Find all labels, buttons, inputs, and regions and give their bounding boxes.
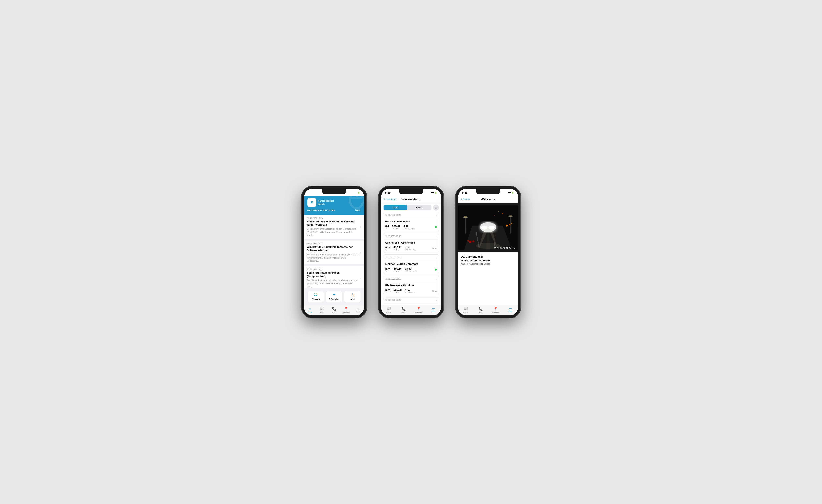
news-excerpt-1: Bei einem Wohnungsbrand sind am Montagab… xyxy=(307,227,359,237)
water-temp-3: n. v. °C xyxy=(385,267,390,272)
back-button-2[interactable]: < Gewässer xyxy=(384,198,397,201)
tab-notruf-label-2: Notruf xyxy=(401,311,406,313)
mehr-link[interactable]: Mehr xyxy=(355,209,361,212)
water-level-1: 335.64 m ü. M xyxy=(392,225,400,230)
water-stats-4: n. v. °C 536.99 m ü. M n. v. Abfluss - m… xyxy=(385,288,437,293)
tab-bar-1: ⌂ Home 📰 News 📞 Notruf 📍 Standorte ••• xyxy=(304,305,364,315)
quick-webcam-btn[interactable]: 🏛 Webcam xyxy=(307,291,324,303)
svg-rect-28 xyxy=(510,216,511,234)
segment-liste[interactable]: Liste xyxy=(384,205,407,210)
level-val-1: 335.64 xyxy=(392,225,400,228)
wifi-icon-2: ▾▾▾ xyxy=(431,192,434,194)
water-card-1[interactable]: 15.02.2022 22:40 › Glatt - Rheinsfelden … xyxy=(383,212,439,231)
tab-home[interactable]: ⌂ Home xyxy=(304,307,316,313)
water-date-4: 15.02.2022 22:20 xyxy=(385,278,401,280)
quick-actions: 🏛 Webcam ☂ Prävention 📋 Jobs xyxy=(304,288,364,305)
water-stats-2: n. v. °C 435.22 m ü. M n. v. Abfluss - m… xyxy=(385,246,437,251)
chevron-2: › xyxy=(360,251,361,254)
tab-standorte-label-1: Standorte xyxy=(342,311,350,313)
quick-jobs-btn[interactable]: 📋 Jobs xyxy=(344,291,361,303)
water-card-3[interactable]: 15.02.2022 22:40 › Limmat - Zürich Unter… xyxy=(383,254,439,274)
tab-notruf-label-1: Notruf xyxy=(332,311,337,313)
tab-mehr-3[interactable]: ••• Mehr xyxy=(503,307,518,313)
segment-karte[interactable]: Karte xyxy=(407,205,431,210)
water-flow-3: 73.60 Abfluss - m3/s xyxy=(405,267,416,272)
water-card-2-body: Greifensee - Greifensee n. v. °C 435.22 … xyxy=(383,240,439,253)
tab-bar-3: 📰 News 📞 Notruf 📍 Standorte ••• Mehr xyxy=(458,305,518,315)
tab-home-label: Home xyxy=(308,311,313,313)
tab-standorte-2[interactable]: 📍 Standorte xyxy=(411,307,426,313)
quick-pravention-btn[interactable]: ☂ Prävention xyxy=(326,291,342,303)
segment-control: Liste Karte xyxy=(383,205,431,210)
flow-val-3: 73.60 xyxy=(405,267,416,270)
webcam-timestamp: 15.02.2022 22:54 Uhr xyxy=(494,247,515,249)
tab-mehr-2[interactable]: ••• Mehr xyxy=(426,307,441,313)
water-card-3-header: 15.02.2022 22:40 › xyxy=(383,255,439,261)
level-val-3: 400.16 xyxy=(394,267,402,270)
svg-point-2 xyxy=(502,213,503,214)
chevron-3: › xyxy=(360,277,361,280)
news-item-1[interactable]: 26.01.2021 11:25 Schlieren: Brand in Meh… xyxy=(304,215,364,239)
tab-bar-2: 📰 News 📞 Notruf 📍 Standorte ••• Mehr xyxy=(381,305,441,315)
tab-notruf-1[interactable]: 📞 Notruf xyxy=(328,307,340,313)
svg-rect-25 xyxy=(465,217,466,234)
news-title-3: Schlieren: Raub auf Kiosk (Zeugenaufruf) xyxy=(307,271,359,278)
tab-news-label-2: News xyxy=(386,311,391,313)
tab-mehr-1[interactable]: ••• Mehr xyxy=(352,307,364,313)
standorte-icon-2: 📍 xyxy=(416,307,421,311)
notruf-icon-1: 📞 xyxy=(332,307,336,311)
flow-val-4: n. v. xyxy=(405,288,416,291)
water-name-3: Limmat - Zürich Unterhard xyxy=(385,262,437,265)
tab-notruf-3[interactable]: 📞 Notruf xyxy=(473,307,488,313)
news-item-2-content: 25.01.2021 17:48 Winterthur: Stromunfall… xyxy=(307,243,360,262)
tab-standorte-1[interactable]: 📍 Standorte xyxy=(340,307,352,313)
news-item-1-content: 26.01.2021 11:25 Schlieren: Brand in Meh… xyxy=(307,217,360,237)
tab-news-2[interactable]: 📰 News xyxy=(381,307,396,313)
svg-point-22 xyxy=(469,241,471,243)
water-level-3: 400.16 m ü. M xyxy=(394,267,402,272)
news-icon-1: 📰 xyxy=(320,307,324,311)
water-card-4[interactable]: 15.02.2022 22:20 › Pfäffikersee - Pfäffi… xyxy=(383,276,439,295)
header-bottom: NEUSTE NACHRICHTEN Mehr xyxy=(307,209,361,212)
jobs-label: Jobs xyxy=(350,298,355,300)
tab-mehr-label-3: Mehr xyxy=(508,310,513,312)
svg-rect-9 xyxy=(477,237,478,241)
mehr-dots-2: ••• xyxy=(432,307,435,310)
news-item-2[interactable]: 25.01.2021 17:48 Winterthur: Stromunfall… xyxy=(304,241,364,265)
notruf-icon-3: 📞 xyxy=(478,307,483,311)
water-card-5[interactable]: 15.02.2022 22:40 › Rhein - Rekingen xyxy=(383,297,439,305)
flow-val-1: 8.10 xyxy=(403,225,415,228)
water-temp-2: n. v. °C xyxy=(385,246,390,251)
water-temp-1: 6.4 °C xyxy=(385,225,389,230)
water-chevron-2: › xyxy=(436,235,437,238)
nv-label-2: n. v. xyxy=(432,247,437,250)
brand-line2: Zürich xyxy=(318,202,334,205)
phone-2: 9:41 ▾▾▾ 🔋 < Gewässer Wasserstand Liste … xyxy=(379,186,443,318)
news-item-3[interactable]: 25.01.2021 12:51 Schlieren: Raub auf Kio… xyxy=(304,266,364,288)
temp-unit-4: °C xyxy=(385,291,390,293)
tab-news-label-1: News xyxy=(320,311,324,313)
water-temp-4: n. v. °C xyxy=(385,288,390,293)
water-card-1-header: 15.02.2022 22:40 › xyxy=(383,212,439,218)
temp-val-3: n. v. xyxy=(385,267,390,270)
water-date-1: 15.02.2022 22:40 xyxy=(385,214,401,216)
notch-1 xyxy=(322,189,346,194)
location-button[interactable]: ⊙ xyxy=(433,205,439,211)
nav-title-2: Wasserstand xyxy=(402,198,420,201)
svg-point-21 xyxy=(511,223,512,224)
tab-news-1[interactable]: 📰 News xyxy=(316,307,328,313)
battery-icon-3: 🔋 xyxy=(512,192,514,194)
tab-news-3[interactable]: 📰 News xyxy=(458,307,473,313)
tab-mehr-label-1: Mehr xyxy=(356,310,360,312)
svg-point-24 xyxy=(467,240,469,242)
tab-standorte-3[interactable]: 📍 Standorte xyxy=(488,307,503,313)
back-button-3[interactable]: < Zurück xyxy=(460,198,470,201)
svg-point-27 xyxy=(464,216,467,218)
svg-rect-11 xyxy=(496,232,496,236)
phone-1: 9:41 ▾▾▾ 🔋 P Kantonspolizei Zürich xyxy=(302,186,367,318)
nav-title-3: Webcams xyxy=(481,198,495,201)
logo-text: Kantonspolizei Zürich xyxy=(318,199,334,205)
tab-notruf-label-3: Notruf xyxy=(478,311,483,313)
tab-notruf-2[interactable]: 📞 Notruf xyxy=(396,307,411,313)
water-card-2[interactable]: 15.02.2022 22:20 › Greifensee - Greifens… xyxy=(383,233,439,253)
